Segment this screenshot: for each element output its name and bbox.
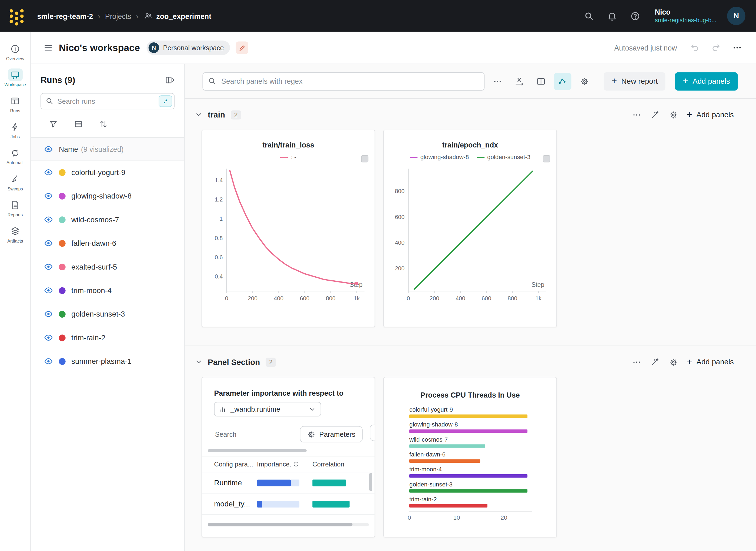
settings-gear-icon[interactable]: [576, 73, 593, 90]
vertical-scrollbar[interactable]: [369, 473, 372, 512]
parameters-button[interactable]: Parameters: [300, 426, 363, 442]
panel-train-loss[interactable]: train/train_loss : - 0.40.60.811.21.4020…: [202, 130, 375, 327]
filter-icon[interactable]: [46, 117, 60, 131]
run-name[interactable]: trim-moon-4: [71, 286, 111, 295]
hidden-button-edge[interactable]: [370, 425, 375, 441]
x-axis-settings-icon[interactable]: [511, 73, 528, 90]
runs-search-input[interactable]: [40, 93, 174, 109]
panel-parameter-importance[interactable]: Parameter importance with respect to _wa…: [202, 377, 375, 537]
chevron-down-icon[interactable]: [194, 357, 204, 367]
user-menu[interactable]: Nico smle-registries-bug-b...: [655, 8, 717, 24]
rail-item-jobs[interactable]: Jobs: [1, 120, 30, 139]
add-panels-button[interactable]: + Add panels: [675, 72, 738, 90]
panel-search-input[interactable]: [203, 72, 484, 90]
rail-item-sweeps[interactable]: Sweeps: [1, 172, 30, 191]
breadcrumb-team[interactable]: smle-reg-team-2: [37, 12, 93, 20]
section-gear-icon[interactable]: [666, 107, 681, 122]
run-name[interactable]: exalted-surf-5: [71, 262, 117, 271]
correlation-column-header[interactable]: Correlation: [312, 461, 374, 468]
run-name[interactable]: wild-cosmos-7: [71, 215, 119, 224]
visibility-eye-icon[interactable]: [43, 144, 53, 154]
run-name[interactable]: glowing-shadow-8: [71, 191, 131, 200]
horizontal-scrollbar[interactable]: [208, 523, 369, 526]
sort-icon[interactable]: [96, 117, 110, 131]
undo-icon[interactable]: [688, 40, 702, 55]
visibility-eye-icon[interactable]: [43, 357, 53, 366]
run-row[interactable]: exalted-surf-5: [31, 255, 184, 279]
rail-item-runs[interactable]: Runs: [1, 94, 30, 113]
section-more-icon[interactable]: [629, 107, 644, 122]
param-table-row[interactable]: model_ty...: [202, 494, 375, 515]
visibility-eye-icon[interactable]: [43, 262, 53, 272]
global-search-icon[interactable]: [583, 10, 595, 22]
toolbar-more-icon[interactable]: [489, 73, 506, 90]
run-comparer-icon[interactable]: [554, 73, 571, 90]
wandb-logo[interactable]: [10, 9, 24, 23]
panel-grip-icon[interactable]: [361, 155, 369, 163]
rail-item-overview[interactable]: Overview: [1, 42, 30, 61]
new-report-button[interactable]: + New report: [604, 72, 666, 90]
chevron-down-icon[interactable]: [194, 109, 204, 120]
panel-layout-icon[interactable]: [532, 73, 549, 90]
run-row[interactable]: wild-cosmos-7: [31, 208, 184, 231]
user-team-link[interactable]: smle-registries-bug-b...: [655, 17, 717, 24]
importance-column-header[interactable]: Importance.: [257, 461, 291, 468]
group-icon[interactable]: [71, 117, 85, 131]
name-column-header[interactable]: Name: [59, 145, 78, 153]
visibility-eye-icon[interactable]: [43, 215, 53, 224]
help-icon[interactable]: [629, 10, 641, 22]
visibility-eye-icon[interactable]: [43, 286, 53, 295]
run-row[interactable]: summer-plasma-1: [31, 350, 184, 373]
horizontal-scrollbar[interactable]: [208, 449, 374, 452]
run-row[interactable]: golden-sunset-3: [31, 302, 184, 326]
rail-item-artifacts[interactable]: Artifacts: [1, 225, 30, 243]
run-name[interactable]: colorful-yogurt-9: [71, 168, 125, 177]
section-add-panels-button[interactable]: + Add panels: [684, 353, 737, 371]
breadcrumb-project[interactable]: zoo_experiment: [156, 12, 211, 20]
run-name[interactable]: trim-rain-2: [71, 333, 105, 342]
run-row[interactable]: trim-moon-4: [31, 279, 184, 302]
target-metric-dropdown[interactable]: _wandb.runtime: [214, 402, 321, 417]
rail-item-automations[interactable]: Automat.: [1, 146, 30, 165]
visibility-eye-icon[interactable]: [43, 309, 53, 319]
notifications-bell-icon[interactable]: [606, 10, 618, 22]
visibility-eye-icon[interactable]: [43, 238, 53, 248]
panel-epoch-ndx[interactable]: train/epoch_ndx glowing-shadow-8golden-s…: [383, 130, 557, 327]
redo-icon[interactable]: [709, 40, 723, 55]
section-gear-icon[interactable]: [666, 354, 681, 370]
section-add-panels-button[interactable]: + Add panels: [684, 106, 737, 123]
visibility-eye-icon[interactable]: [43, 191, 53, 201]
section-title[interactable]: train: [208, 110, 225, 119]
run-name[interactable]: golden-sunset-3: [71, 310, 125, 319]
visibility-eye-icon[interactable]: [43, 333, 53, 343]
collapse-sidebar-icon[interactable]: [41, 41, 55, 55]
expand-runs-table-icon[interactable]: [163, 74, 177, 86]
user-avatar[interactable]: N: [727, 7, 745, 25]
config-param-column-header[interactable]: Config para...: [202, 461, 257, 468]
run-name[interactable]: fallen-dawn-6: [71, 239, 116, 247]
regex-toggle[interactable]: .*: [158, 95, 172, 107]
importance-info-icon[interactable]: [293, 461, 299, 467]
magic-wand-icon[interactable]: [647, 107, 663, 122]
magic-wand-icon[interactable]: [647, 354, 663, 370]
rail-item-reports[interactable]: Reports: [1, 198, 30, 217]
run-name[interactable]: summer-plasma-1: [71, 357, 131, 366]
workspace-more-icon[interactable]: [730, 40, 745, 55]
run-row[interactable]: trim-rain-2: [31, 326, 184, 349]
run-row[interactable]: colorful-yogurt-9: [31, 160, 184, 184]
section-more-icon[interactable]: [629, 354, 644, 370]
param-table-row[interactable]: Runtime: [202, 472, 375, 494]
panel-cpu-threads[interactable]: Process CPU Threads In Use colorful-yogu…: [383, 377, 557, 537]
personal-workspace-badge[interactable]: N Personal workspace: [147, 40, 230, 55]
rail-label: Artifacts: [7, 238, 23, 243]
breadcrumb-projects[interactable]: Projects: [105, 12, 131, 20]
panel-grip-icon[interactable]: [543, 155, 550, 163]
run-row[interactable]: glowing-shadow-8: [31, 184, 184, 208]
param-search-input[interactable]: [214, 430, 277, 439]
section-title[interactable]: Panel Section: [208, 357, 260, 367]
cpu-x-axis: 01020: [409, 511, 532, 522]
run-row[interactable]: fallen-dawn-6: [31, 231, 184, 255]
rail-item-workspace[interactable]: Workspace: [1, 68, 30, 87]
workspace-edit-icon[interactable]: [236, 41, 248, 54]
visibility-eye-icon[interactable]: [43, 167, 53, 177]
